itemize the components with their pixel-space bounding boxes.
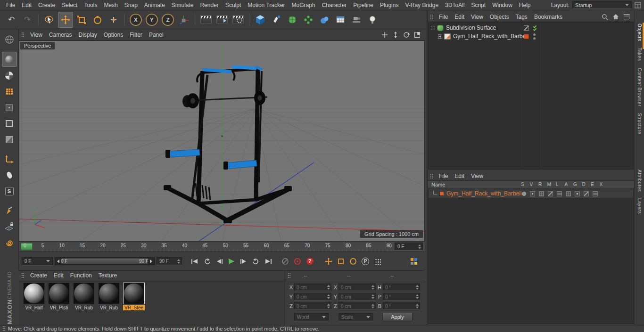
material-thumbnail[interactable] <box>99 283 119 304</box>
snap-toggle-button[interactable]: S <box>2 184 17 199</box>
panel-grip-icon[interactable] <box>430 14 433 20</box>
subdivision-surface-icon[interactable] <box>437 25 444 31</box>
tab-attributes[interactable]: Attributes <box>637 170 642 192</box>
col-s[interactable]: S <box>521 182 530 187</box>
tab-objects[interactable]: Objects <box>637 24 642 41</box>
enable-checks-icon[interactable] <box>533 25 537 30</box>
lock-z-axis-button[interactable]: Z <box>162 14 174 26</box>
key-point-level-button[interactable] <box>372 256 384 267</box>
materials-menu-texture[interactable]: Texture <box>95 272 120 279</box>
range-slider-handle[interactable] <box>61 258 148 264</box>
coordinate-system-button[interactable] <box>176 12 191 28</box>
object-icon[interactable] <box>444 33 451 40</box>
visibility-dots-icon[interactable] <box>533 33 536 40</box>
stepper-icon[interactable] <box>371 285 375 290</box>
manager-toggle-icon[interactable] <box>548 191 553 196</box>
interactive-spiral-button[interactable] <box>2 235 17 251</box>
globe-icon[interactable] <box>2 32 17 47</box>
last-used-tool[interactable] <box>106 12 121 28</box>
viewport-menu-panel[interactable]: Panel <box>146 32 167 38</box>
layout-dropdown[interactable]: Startup <box>572 1 632 9</box>
material-label[interactable]: VR_Half <box>25 305 42 310</box>
collapse-toggle-icon[interactable] <box>431 26 435 30</box>
home-icon[interactable] <box>612 13 619 21</box>
slider-right-arrow-icon[interactable] <box>150 259 152 263</box>
name-column-header[interactable]: Name <box>428 182 445 187</box>
menu-render[interactable]: Render <box>197 2 222 8</box>
dolly-view-icon[interactable] <box>392 31 399 39</box>
loop-playback-button[interactable] <box>250 256 262 267</box>
stepper-icon[interactable] <box>326 294 330 299</box>
viewport-canvas[interactable]: Y Perspective Grid Spacing : 1000 cm <box>19 40 425 242</box>
stepper-icon[interactable] <box>176 259 181 264</box>
frame-range-slider[interactable]: 0 F 90 F <box>55 257 155 265</box>
lock-x-axis-button[interactable]: X <box>130 14 142 26</box>
spreadsheet-button[interactable] <box>333 12 348 28</box>
col-x[interactable]: X <box>600 182 609 187</box>
undo-button[interactable]: ↶ <box>4 12 19 28</box>
menu-window[interactable]: Window <box>489 2 516 8</box>
goto-end-button[interactable] <box>262 256 274 267</box>
subdivision-surface-button[interactable] <box>285 12 300 28</box>
axis-mode-button[interactable] <box>2 152 17 167</box>
menu-animate[interactable]: Animate <box>141 2 168 8</box>
rotate-tool[interactable] <box>90 12 105 28</box>
menu-mograph[interactable]: MoGraph <box>289 2 319 8</box>
col-g[interactable]: G <box>573 182 582 187</box>
menu-plugins[interactable]: Plugins <box>377 2 402 8</box>
col-m[interactable]: M <box>547 182 556 187</box>
object-row-gym-half-rack[interactable]: Gym_Half_Rack_with_Barbell <box>429 32 633 40</box>
layers-menu-file[interactable]: File <box>436 173 451 179</box>
menu-3dtoall[interactable]: 3DToAll <box>442 2 468 8</box>
paint-tool-button[interactable] <box>2 203 17 219</box>
deformers-toggle-icon[interactable] <box>584 191 589 196</box>
stepper-icon[interactable] <box>326 304 330 308</box>
viewport-menu-view[interactable]: View <box>27 32 46 38</box>
menu-pipeline[interactable]: Pipeline <box>350 2 377 8</box>
object-label[interactable]: Subdivision Surface <box>446 24 496 31</box>
keying-selection-icon[interactable] <box>408 256 420 267</box>
search-icon[interactable] <box>601 13 609 21</box>
camera-label[interactable]: Perspective <box>20 42 55 49</box>
material-thumbnail[interactable] <box>124 283 144 304</box>
object-label[interactable]: Gym_Half_Rack_with_Barbell <box>453 33 528 40</box>
size-x-field[interactable]: 0 cm <box>339 283 376 291</box>
solo-dot-icon[interactable] <box>522 192 526 196</box>
play-button[interactable] <box>225 256 238 267</box>
viewport-menu-filter[interactable]: Filter <box>126 32 146 38</box>
add-light-button[interactable] <box>365 12 380 28</box>
tab-layers[interactable]: Layers <box>637 198 642 214</box>
previous-frame-button[interactable] <box>213 256 225 267</box>
viewport-menu-display[interactable]: Display <box>75 32 100 38</box>
col-d[interactable]: D <box>582 182 591 187</box>
rotation-h-field[interactable]: 0 ° <box>383 283 420 291</box>
material-item[interactable]: VR_Plsti <box>48 283 70 310</box>
render-picture-viewer-button[interactable] <box>215 12 230 28</box>
layers-menu-edit[interactable]: Edit <box>451 173 468 179</box>
stepper-icon[interactable] <box>415 294 419 299</box>
metaball-button[interactable] <box>317 12 332 28</box>
layer-row-gym-half-rack[interactable]: Gym_Half_Rack_with_Barbell <box>429 189 633 198</box>
menu-character[interactable]: Character <box>319 2 350 8</box>
redo-button[interactable]: ↷ <box>20 12 35 28</box>
material-item-selected[interactable]: VR_Stee <box>123 283 145 310</box>
material-label[interactable]: VR_Rub <box>100 305 118 310</box>
material-thumbnail[interactable] <box>24 283 44 304</box>
edges-mode-button[interactable] <box>2 116 17 131</box>
menu-sculpt[interactable]: Sculpt <box>222 2 244 8</box>
layer-color-swatch[interactable] <box>439 191 444 196</box>
materials-menu-edit[interactable]: Edit <box>50 272 67 279</box>
material-label[interactable]: VR_Rub <box>75 305 93 310</box>
generators-toggle-icon[interactable] <box>575 191 580 196</box>
col-a[interactable]: A <box>565 182 574 187</box>
autokey-record-button[interactable] <box>291 256 304 267</box>
scale-tool[interactable] <box>74 12 89 28</box>
viewport-solo-button[interactable] <box>2 168 17 183</box>
col-l[interactable]: L <box>556 182 565 187</box>
pan-view-icon[interactable] <box>381 31 388 39</box>
objects-menu-view[interactable]: View <box>468 14 487 20</box>
objects-menu-objects[interactable]: Objects <box>487 14 512 20</box>
record-disabled-icon[interactable] <box>279 256 291 267</box>
current-frame-dropdown[interactable]: 0 F <box>22 257 53 266</box>
workplane-lock-button[interactable] <box>2 219 17 235</box>
